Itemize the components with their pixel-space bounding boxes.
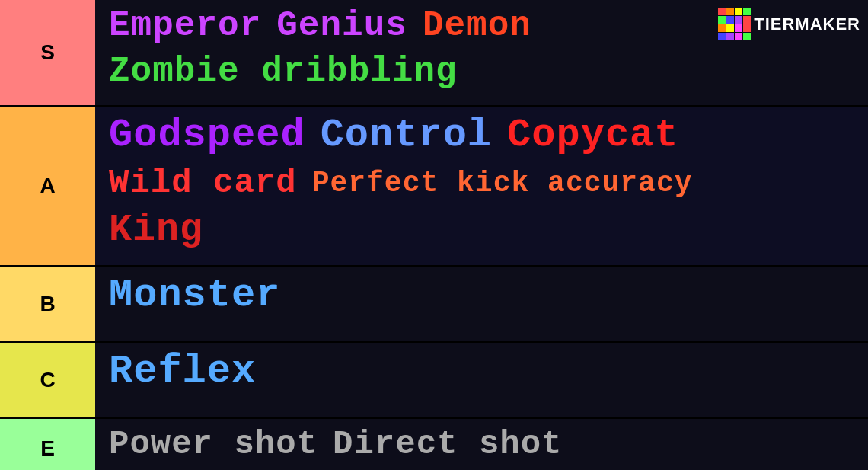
- tier-content-e: Power shot Direct shot: [95, 419, 868, 470]
- tier-table: S Emperor Genius Demon Zombie dribbling …: [0, 0, 868, 470]
- tier-b-row-1: Monster: [101, 270, 862, 321]
- tier-item-zombie-dribbling[interactable]: Zombie dribbling: [101, 49, 465, 94]
- tier-row-c: C Reflex: [0, 343, 868, 419]
- tier-item-power-shot[interactable]: Power shot: [101, 422, 325, 466]
- tier-item-godspeed[interactable]: Godspeed: [101, 110, 313, 161]
- tier-content-c: Reflex: [95, 343, 868, 417]
- tier-row-b: B Monster: [0, 267, 868, 343]
- tier-row-a: A Godspeed Control Copycat Wild card Per…: [0, 107, 868, 267]
- tier-label-e: E: [0, 419, 95, 470]
- tiermaker-logo: TiERMAKER: [718, 8, 860, 40]
- tier-item-direct-shot[interactable]: Direct shot: [325, 422, 570, 466]
- tier-content-a: Godspeed Control Copycat Wild card Perfe…: [95, 107, 868, 265]
- tier-label-s: S: [0, 0, 95, 105]
- tier-content-b: Monster: [95, 267, 868, 341]
- tier-item-wild-card[interactable]: Wild card: [101, 161, 305, 205]
- tier-label-c: C: [0, 343, 95, 417]
- tier-item-genius[interactable]: Genius: [269, 3, 415, 49]
- tier-label-b: B: [0, 267, 95, 341]
- tier-item-perfect-kick-accuracy[interactable]: Perfect kick accuracy: [305, 164, 700, 203]
- tier-item-king[interactable]: King: [101, 205, 211, 254]
- logo-grid-icon: [718, 8, 751, 40]
- tier-item-emperor[interactable]: Emperor: [101, 3, 269, 49]
- tier-a-row-3: King: [101, 205, 862, 254]
- tier-label-a: A: [0, 107, 95, 265]
- tier-item-monster[interactable]: Monster: [101, 270, 288, 321]
- tier-a-row-2: Wild card Perfect kick accuracy: [101, 161, 862, 205]
- tier-item-copycat[interactable]: Copycat: [499, 110, 686, 161]
- logo-text: TiERMAKER: [754, 14, 860, 34]
- tier-item-demon[interactable]: Demon: [415, 3, 539, 49]
- tier-a-row-1: Godspeed Control Copycat: [101, 110, 862, 161]
- tier-item-reflex[interactable]: Reflex: [101, 346, 263, 397]
- tier-row-e: E Power shot Direct shot: [0, 419, 868, 470]
- tier-c-row-1: Reflex: [101, 346, 862, 397]
- tier-item-control[interactable]: Control: [313, 110, 499, 161]
- tier-e-row-1: Power shot Direct shot: [101, 422, 862, 466]
- tier-s-row-2: Zombie dribbling: [101, 49, 862, 94]
